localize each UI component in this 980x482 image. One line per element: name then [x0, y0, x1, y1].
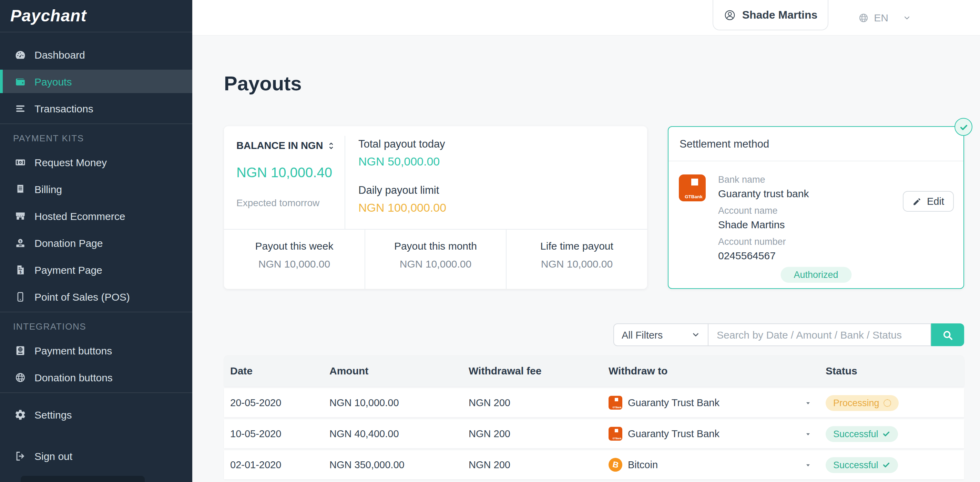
- status-label: Processing: [833, 397, 880, 408]
- search-input[interactable]: [708, 323, 931, 346]
- balance-card-top: BALANCE IN NGN NGN 10,000.40 Expected to…: [224, 126, 647, 229]
- payout-summary-section: Total payout today NGN 50,000.00 Daily p…: [345, 126, 647, 229]
- cell-fee: NGN 200: [469, 459, 609, 470]
- verified-check-icon: [955, 118, 972, 136]
- table-header: Date Amount Withdrawal fee Withdraw to S…: [224, 355, 964, 386]
- sidebar-section-label: PAYMENT KITS: [0, 124, 192, 150]
- sidebar-item-label: Payouts: [35, 75, 72, 87]
- edit-button-label: Edit: [927, 196, 944, 207]
- status-badge: Successful: [826, 457, 898, 473]
- table-row: 02-01-2020NGN 350,000.00NGN 200BBitcoinS…: [224, 450, 964, 479]
- sidebar-item-request-money[interactable]: Request Money: [0, 150, 192, 174]
- sidebar-item-label: Settings: [35, 409, 72, 420]
- spinner-icon: [883, 399, 891, 407]
- cell-withdraw-to[interactable]: BBitcoin: [609, 458, 826, 472]
- user-name: Shade Martins: [742, 9, 818, 21]
- sidebar-item-label: Dashboard: [35, 49, 85, 60]
- summary-cards: BALANCE IN NGN NGN 10,000.40 Expected to…: [224, 126, 964, 289]
- sidebar-sections: PAYMENT KITSRequest MoneyBillingHosted E…: [0, 123, 192, 389]
- sidebar-item-label: Payment buttons: [35, 345, 112, 356]
- cell-date: 02-01-2020: [224, 459, 329, 470]
- language-selector[interactable]: EN: [858, 0, 911, 35]
- payout-stat-value: NGN 10,000.00: [365, 258, 506, 270]
- all-filters-label: All Filters: [622, 329, 663, 340]
- sign-out-icon: [13, 450, 27, 462]
- table-body: 20-05-2020NGN 10,000.00NGN 200GTBankGuar…: [224, 388, 964, 479]
- sidebar-item-sign-out[interactable]: Sign out: [0, 444, 192, 468]
- table-row: 20-05-2020NGN 10,000.00NGN 200GTBankGuar…: [224, 388, 964, 417]
- main-area: Shade Martins EN Payouts: [192, 0, 980, 482]
- bank-name-value: Guaranty trust bank: [718, 188, 809, 199]
- sidebar-item-billing[interactable]: Billing: [0, 177, 192, 201]
- sidebar-item-label: Donation buttons: [35, 371, 113, 383]
- authorized-badge: Authorized: [781, 267, 851, 283]
- bank-select-caret[interactable]: [804, 461, 812, 469]
- sidebar-item-transactions[interactable]: Transactions: [0, 97, 192, 120]
- payment-window-icon: [13, 344, 27, 356]
- sidebar-item-label: Point of Sales (POS): [35, 290, 130, 302]
- svg-text:$: $: [19, 270, 21, 274]
- cell-withdraw-to[interactable]: GTBankGuaranty Trust Bank: [609, 396, 826, 410]
- sidebar-item-dashboard[interactable]: Dashboard: [0, 43, 192, 66]
- search-icon: [942, 329, 954, 341]
- account-number-value: 0245564567: [718, 250, 809, 261]
- sidebar-item-donation-page[interactable]: $Donation Page: [0, 231, 192, 254]
- status-label: Successful: [833, 429, 878, 439]
- payout-stats-row: Payout this weekNGN 10,000.00Payout this…: [224, 229, 647, 289]
- pencil-icon: [912, 197, 921, 206]
- receipt-icon: [13, 183, 27, 195]
- bank-name: Guaranty Trust Bank: [628, 397, 719, 408]
- bank-select-caret[interactable]: [804, 399, 812, 407]
- sidebar: Paychant DashboardPayoutsTransactions PA…: [0, 0, 192, 482]
- payout-stat-value: NGN 10,000.00: [224, 258, 364, 270]
- sidebar-item-label: Request Money: [35, 156, 107, 168]
- sidebar-item-payouts[interactable]: Payouts: [0, 70, 192, 93]
- col-header-date: Date: [224, 365, 329, 377]
- cell-withdraw-to[interactable]: GTBankGuaranty Trust Bank: [609, 427, 826, 441]
- payout-stat-value: NGN 10,000.00: [506, 258, 647, 270]
- language-code: EN: [874, 12, 888, 24]
- sidebar-item-label: Payment Page: [35, 264, 102, 276]
- balance-value: NGN 10,000.40: [236, 165, 345, 181]
- account-name-value: Shade Martins: [718, 219, 809, 230]
- globe-icon: [858, 12, 869, 23]
- sidebar-item-settings[interactable]: Settings: [0, 403, 192, 426]
- sidebar-scroll-shadow: [21, 476, 145, 482]
- status-badge: Successful: [826, 426, 898, 442]
- sidebar-item-point-of-sales-pos[interactable]: Point of Sales (POS): [0, 285, 192, 308]
- sidebar-item-hosted-ecommerce[interactable]: Hosted Ecommerce: [0, 204, 192, 228]
- settlement-card-body: GTBank Bank name Guaranty trust bank Acc…: [668, 161, 964, 268]
- col-header-withdraw-to: Withdraw to: [609, 365, 826, 377]
- sidebar-item-donation-buttons[interactable]: Donation buttons: [0, 365, 192, 389]
- donate-icon: $: [13, 236, 27, 249]
- paychant-logo: Paychant: [0, 0, 192, 32]
- total-payout-today-value: NGN 50,000.00: [358, 155, 647, 169]
- sidebar-section-label: INTEGRATIONS: [0, 312, 192, 338]
- sidebar-item-payment-buttons[interactable]: Payment buttons: [0, 338, 192, 362]
- user-menu-button[interactable]: Shade Martins: [713, 0, 828, 30]
- cell-date: 20-05-2020: [224, 397, 329, 408]
- balance-card: BALANCE IN NGN NGN 10,000.40 Expected to…: [224, 126, 647, 289]
- invoice-icon: $: [13, 263, 27, 276]
- total-payout-today-label: Total payout today: [358, 138, 647, 150]
- edit-settlement-button[interactable]: Edit: [903, 191, 954, 212]
- daily-payout-limit-value: NGN 100,000.00: [358, 201, 647, 215]
- sidebar-item-label: Donation Page: [35, 237, 103, 249]
- all-filters-select[interactable]: All Filters: [613, 323, 708, 346]
- store-icon: [13, 210, 27, 222]
- payout-stat: Life time payoutNGN 10,000.00: [506, 230, 647, 289]
- sidebar-item-label: Hosted Ecommerce: [35, 210, 125, 222]
- svg-text:$: $: [19, 239, 21, 243]
- sidebar-item-label: Transactions: [35, 102, 93, 114]
- bank-select-caret[interactable]: [804, 430, 812, 437]
- col-header-amount: Amount: [329, 365, 469, 377]
- status-label: Successful: [833, 460, 878, 470]
- cell-fee: NGN 200: [469, 397, 609, 408]
- gear-icon: [13, 408, 27, 421]
- account-name-label: Account name: [718, 206, 809, 216]
- check-icon: [883, 461, 891, 469]
- search-button[interactable]: [931, 323, 964, 346]
- sidebar-item-payment-page[interactable]: $Payment Page: [0, 258, 192, 281]
- balance-currency-switcher[interactable]: BALANCE IN NGN: [236, 140, 345, 151]
- sidebar-nav-main: DashboardPayoutsTransactions: [0, 32, 192, 120]
